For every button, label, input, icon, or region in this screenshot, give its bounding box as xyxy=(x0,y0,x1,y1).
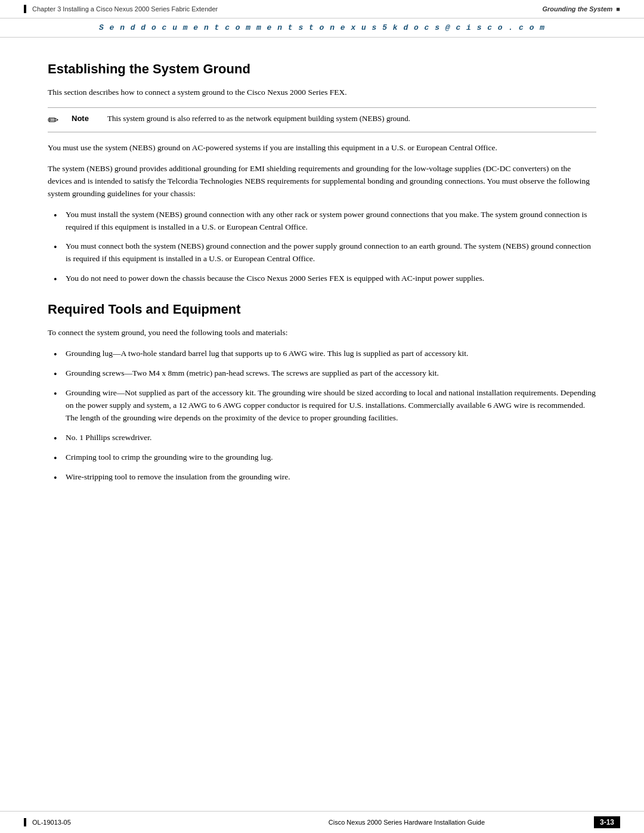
section1-para1: You must use the system (NEBS) ground on… xyxy=(48,142,596,154)
list-item: Grounding lug—A two-hole standard barrel… xyxy=(48,348,596,360)
section1-para2: The system (NEBS) ground provides additi… xyxy=(48,163,596,200)
footer-title: Cisco Nexus 2000 Series Hardware Install… xyxy=(219,819,594,826)
list-item: Crimping tool to crimp the grounding wir… xyxy=(48,451,596,464)
header-right-bar: ■ xyxy=(616,5,620,13)
email-banner: S e n d d o c u m e n t c o m m e n t s … xyxy=(0,18,644,38)
section2-bullet-list: Grounding lug—A two-hole standard barrel… xyxy=(48,348,596,483)
list-item: You must install the system (NEBS) groun… xyxy=(48,209,596,234)
header-right-text: Grounding the System xyxy=(542,5,612,13)
email-banner-text: S e n d d o c u m e n t c o m m e n t s … xyxy=(99,23,545,32)
list-item: Wire-stripping tool to remove the insula… xyxy=(48,471,596,484)
footer-doc-number: OL-19013-05 xyxy=(32,819,219,826)
header-chapter-text: Chapter 3 Installing a Cisco Nexus 2000 … xyxy=(32,5,542,13)
note-text: This system ground is also referred to a… xyxy=(107,113,596,125)
list-item: You must connect both the system (NEBS) … xyxy=(48,240,596,265)
page-header: Chapter 3 Installing a Cisco Nexus 2000 … xyxy=(0,0,644,18)
section2-heading: Required Tools and Equipment xyxy=(48,302,596,317)
section2-intro: To connect the system ground, you need t… xyxy=(48,327,596,339)
header-left-bar xyxy=(24,5,26,13)
note-box: ✏ Note This system ground is also referr… xyxy=(48,107,596,132)
list-item: You do not need to power down the chassi… xyxy=(48,272,596,285)
list-item: Grounding wire—Not supplied as part of t… xyxy=(48,387,596,425)
page-container: Chapter 3 Installing a Cisco Nexus 2000 … xyxy=(0,0,644,833)
section1-bullet-list: You must install the system (NEBS) groun… xyxy=(48,209,596,286)
main-content: Establishing the System Ground This sect… xyxy=(0,49,644,516)
list-item: No. 1 Phillips screwdriver. xyxy=(48,432,596,444)
list-item: Grounding screws—Two M4 x 8mm (metric) p… xyxy=(48,367,596,380)
note-label: Note xyxy=(72,113,101,123)
page-footer: OL-19013-05 Cisco Nexus 2000 Series Hard… xyxy=(0,811,644,833)
section1-heading: Establishing the System Ground xyxy=(48,61,596,77)
section1-intro: This section describes how to connect a … xyxy=(48,86,596,99)
footer-page-number: 3-13 xyxy=(594,816,620,828)
note-pencil-icon: ✏ xyxy=(48,114,66,127)
footer-left-bar xyxy=(24,818,26,826)
